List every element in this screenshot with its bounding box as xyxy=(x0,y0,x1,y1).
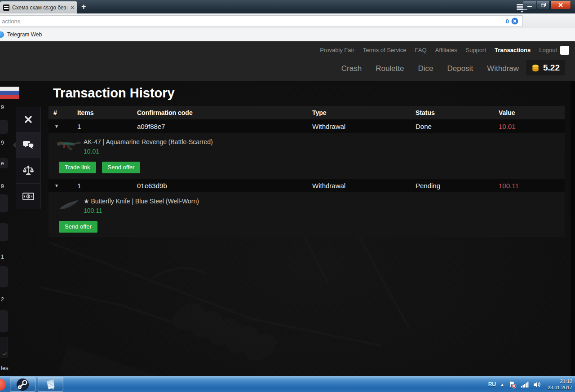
taskbar-steam-button[interactable] xyxy=(10,377,35,392)
transactions-table: # Items Confirmation code Type Status Va… xyxy=(49,106,565,237)
row-detail: ★ Butterfly Knife | Blue Steel (Well-Wor… xyxy=(49,192,565,237)
collapse-caret-icon[interactable]: ▼ xyxy=(49,183,77,188)
close-chat-button[interactable] xyxy=(16,107,41,132)
system-tray: RU ▲ 21:12 23.01.2017 xyxy=(488,376,572,392)
sidebar-notch xyxy=(13,142,16,148)
cell-type: Withdrawal xyxy=(312,123,416,130)
taskbar: RU ▲ 21:12 23.01.2017 xyxy=(0,376,575,392)
chat-text-fragment: e xyxy=(1,160,4,167)
action-center-flag-icon[interactable] xyxy=(509,381,517,388)
fairness-button[interactable] xyxy=(16,158,41,184)
bookmark-favicon-icon xyxy=(0,31,4,38)
nav-dice[interactable]: Dice xyxy=(418,64,433,73)
col-items: Items xyxy=(77,109,137,116)
nav-faq[interactable]: FAQ xyxy=(415,47,427,53)
game-nav: Crash Roulette Dice Deposit Withdraw xyxy=(341,64,519,73)
avatar[interactable] xyxy=(560,46,569,55)
tray-expand-icon[interactable]: ▲ xyxy=(500,383,504,387)
window-maximize-button[interactable] xyxy=(537,1,550,9)
steam-icon xyxy=(16,378,29,391)
col-number: # xyxy=(49,109,77,116)
clock-time: 21:12 xyxy=(560,378,572,384)
nav-crash[interactable]: Crash xyxy=(341,64,362,73)
nav-terms[interactable]: Terms of Service xyxy=(363,47,407,53)
chat-text-fragment: les xyxy=(1,365,9,371)
balance-box[interactable]: 5.22 xyxy=(526,60,565,75)
tab-favicon-icon xyxy=(3,4,9,11)
scales-icon xyxy=(23,165,34,176)
table-row[interactable]: ▼ 1 a09f88e7 Withdrawal Done 10.01 xyxy=(49,119,565,133)
close-icon xyxy=(24,115,32,123)
table-header-row: # Items Confirmation code Type Status Va… xyxy=(49,106,565,119)
chat-button[interactable] xyxy=(16,132,41,158)
sidebar-toolbar xyxy=(16,107,41,209)
col-value: Value xyxy=(499,109,565,116)
col-status: Status xyxy=(416,109,499,116)
send-offer-button[interactable]: Send offer xyxy=(102,162,141,173)
cell-code: a09f88e7 xyxy=(137,123,312,130)
item-name: ★ Butterfly Knife | Blue Steel (Well-Wor… xyxy=(84,198,199,205)
screen: Схема скам cs:go без вло × + actions 0 xyxy=(0,0,575,392)
collapse-caret-icon[interactable]: ▼ xyxy=(49,124,77,129)
clock-date: 23.01.2017 xyxy=(548,384,572,391)
money-button[interactable] xyxy=(16,184,41,209)
row-detail: AK-47 | Aquamarine Revenge (Battle-Scarr… xyxy=(49,133,565,178)
page-content: 9 9 e 9 1 2 les xyxy=(0,81,575,376)
cell-value: 10.01 xyxy=(499,123,565,130)
window-minimize-button[interactable] xyxy=(523,1,536,9)
nav-affiliates[interactable]: Affiliates xyxy=(435,47,457,53)
bookmarks-bar: Telegram Web xyxy=(0,28,575,41)
nav-provably-fair[interactable]: Provably Fair xyxy=(320,47,354,53)
coins-icon xyxy=(531,64,540,72)
nav-support[interactable]: Support xyxy=(465,47,486,53)
volume-icon[interactable] xyxy=(533,381,541,388)
top-nav: Provably Fair Terms of Service FAQ Affil… xyxy=(320,47,557,53)
nav-deposit[interactable]: Deposit xyxy=(447,64,473,73)
cell-value: 100.11 xyxy=(499,182,565,189)
url-text: actions xyxy=(2,18,506,25)
chat-bubble xyxy=(0,223,8,241)
cell-status: Done xyxy=(416,123,499,130)
nav-logout[interactable]: Logout xyxy=(539,47,557,53)
cell-code: 01e63d9b xyxy=(137,182,312,189)
send-offer-button[interactable]: Send offer xyxy=(59,221,97,233)
ak47-image xyxy=(56,136,82,155)
chat-input[interactable] xyxy=(0,337,8,357)
taskbar-clock[interactable]: 21:12 23.01.2017 xyxy=(548,378,572,391)
language-flag-ru[interactable] xyxy=(0,87,19,99)
chat-bubble xyxy=(0,120,8,134)
balance-value: 5.22 xyxy=(543,63,560,73)
item-price: 10.01 xyxy=(84,148,99,155)
browser-tab-bar: Схема скам cs:go без вло × + xyxy=(0,0,575,13)
new-tab-button[interactable]: + xyxy=(81,2,86,12)
resize-grip-icon[interactable] xyxy=(2,352,7,355)
trade-link-button[interactable]: Trade link xyxy=(59,162,96,173)
browser-tab[interactable]: Схема скам cs:go без вло × xyxy=(0,1,77,13)
nav-withdraw[interactable]: Withdraw xyxy=(487,64,519,73)
page-title: Transaction History xyxy=(53,86,175,101)
chat-icon xyxy=(22,140,34,150)
address-bar[interactable]: actions 0 xyxy=(0,15,523,27)
adblock-badge[interactable]: 0 xyxy=(506,18,518,25)
notepad-icon xyxy=(44,378,57,391)
bookmark-item[interactable]: Telegram Web xyxy=(7,31,42,38)
window-close-button[interactable] xyxy=(550,1,571,9)
taskbar-notepad-button[interactable] xyxy=(38,377,63,392)
nav-roulette[interactable]: Roulette xyxy=(376,64,404,73)
table-row[interactable]: ▼ 1 01e63d9b Withdrawal Pending 100.11 xyxy=(49,178,565,192)
butterfly-knife-image xyxy=(56,195,82,214)
taskbar-app-icon-partial[interactable] xyxy=(0,379,6,391)
chat-text-fragment: 9 xyxy=(1,104,4,110)
row-actions: Trade link Send offer xyxy=(59,162,140,173)
chat-bubble xyxy=(0,266,8,287)
shield-icon xyxy=(511,18,518,25)
page-scrollbar[interactable] xyxy=(571,81,575,376)
network-signal-icon[interactable] xyxy=(521,381,529,388)
cell-status: Pending xyxy=(416,182,499,189)
row-actions: Send offer xyxy=(59,221,97,233)
chat-bubble xyxy=(0,310,8,332)
language-indicator[interactable]: RU xyxy=(488,381,496,388)
col-code: Confirmation code xyxy=(137,109,312,116)
nav-transactions[interactable]: Transactions xyxy=(495,47,531,53)
tab-close-icon[interactable]: × xyxy=(71,4,74,11)
